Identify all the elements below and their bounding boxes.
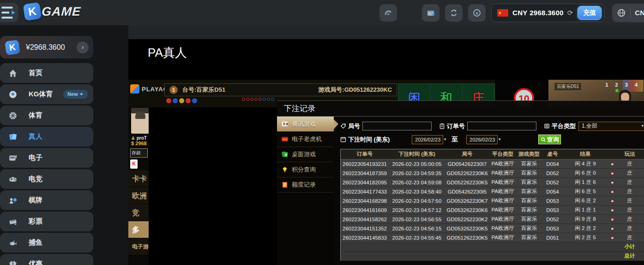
balance-pill[interactable]: ★ CNY 2968.3600 ⟳ 充值 (491, 4, 605, 22)
filter-row-2: 下注时间 (美东) 2026/02/23▼ 至 2026/02/23▼ (340, 135, 644, 144)
cell-time: 2026-02-23 04:59:35 (389, 171, 445, 176)
cell-result: 闲 2 庄 2 (563, 225, 608, 232)
slot-icon (8, 153, 18, 163)
records-tab-icon (281, 181, 289, 188)
table-row: 2602230441774332026-02-23 04:58:40GD0542… (341, 187, 644, 196)
modal-tab-3[interactable]: 积分查询 (277, 162, 334, 177)
language-label: CN (635, 9, 644, 17)
sidebar-item-label: 彩票 (29, 217, 42, 226)
sidebar-item-label: KG体育 (29, 90, 53, 99)
menu-toggle-button[interactable] (0, 3, 18, 22)
modal-tab-1[interactable]: 777电子老虎机 (277, 132, 334, 147)
cell-table: D051 (542, 235, 563, 241)
replay-play-icon[interactable]: ▶ (612, 209, 614, 212)
order-input[interactable] (467, 122, 536, 130)
modal-tab-label: 视讯游戏 (292, 120, 316, 128)
replay-play-icon[interactable]: ▶ (612, 190, 614, 193)
roadmap-badges (166, 98, 197, 103)
replay-play-icon[interactable]: ▶ (612, 227, 614, 230)
replay-play-icon[interactable]: ▶ (612, 181, 614, 184)
cell-order: 260223044151352 (341, 226, 389, 231)
replay-play-icon[interactable]: ▶ (612, 236, 614, 239)
cell-order: 260223044177433 (341, 189, 389, 194)
cell-table: D054 (542, 189, 563, 194)
sidebar-item-5[interactable]: 电竞 (0, 169, 93, 189)
sidebar-item-8[interactable]: 捕鱼 (0, 233, 93, 253)
modal-title: 下注记录 (277, 103, 315, 114)
wallet-expand-button[interactable]: › (77, 41, 89, 53)
cell-bet: 1467 (642, 235, 644, 241)
modal-panel: 局号 订单号 平台类型 (334, 117, 644, 265)
replay-play-icon[interactable]: ▶ (612, 172, 614, 175)
platform-filter-label: 平台类型 (544, 122, 576, 130)
replay-play-icon[interactable]: ▶ (612, 163, 614, 165)
game-info-bar: 1 台号:百家乐D51 游戏局号:GD051262230KC (164, 83, 397, 96)
language-switcher[interactable]: CN (612, 4, 644, 22)
wallet-balance: ¥2968.3600 (26, 43, 77, 52)
support-headset-button[interactable] (379, 4, 397, 22)
cell-time: 2026-02-23 04:56:15 (389, 226, 445, 231)
platform-select[interactable]: 1.全部▼ (578, 122, 644, 131)
transfer-sync-button[interactable] (445, 4, 463, 22)
cell-time: 2026-02-23 04:59:08 (389, 180, 445, 185)
cell-platform: PA欧洲厅 (489, 225, 516, 232)
videogames-tab-icon: K9 (281, 120, 289, 128)
deposit-button[interactable]: 存款 (130, 148, 148, 158)
sidebar-item-4[interactable]: 电子 (0, 148, 93, 168)
cell-table: D053 (542, 207, 563, 213)
coin-exchange-button[interactable]: ¥ (468, 4, 486, 22)
cell-platform: PA欧洲厅 (489, 197, 516, 204)
replay-play-icon[interactable]: ▶ (612, 218, 614, 221)
sidebar-item-label: 优惠 (29, 259, 42, 265)
page-title: PA真人 (128, 39, 644, 61)
cell-table: D052 (542, 217, 563, 222)
search-button[interactable]: 查询 (538, 135, 561, 144)
roadmap-dots (242, 98, 274, 101)
modal-tab-label: 额度记录 (292, 181, 316, 189)
cell-method: 庄 (618, 197, 642, 204)
table-row: 2602230441682982026-02-23 04:57:50GD0532… (341, 196, 644, 206)
slots-tab-icon: 777 (281, 135, 289, 143)
roadmap-dot (271, 98, 274, 101)
sidebar-item-9[interactable]: 优惠 (0, 254, 93, 265)
cell-game: 百家乐 (516, 197, 542, 204)
modal-tab-2[interactable]: ♣桌面游戏 (277, 147, 334, 162)
lobby-row-1[interactable]: 欧洲 (128, 187, 149, 204)
recharge-button[interactable]: 充值 (578, 6, 602, 20)
gift-icon (8, 259, 18, 265)
round-input[interactable] (362, 122, 432, 130)
column-header: 下注时间 (美东) (389, 151, 445, 158)
lobby-row-4[interactable]: 电子游戏 (128, 238, 149, 255)
sidebar-item-7[interactable]: 彩票 (0, 212, 93, 231)
calendar-icon (340, 136, 346, 142)
play-cell: ▶ (608, 188, 618, 195)
wallet-button[interactable] (422, 4, 439, 22)
lobby-row-0[interactable]: 卡卡 (128, 170, 149, 187)
cell-round: GD053262230K6 (445, 207, 489, 213)
brand-logo[interactable]: K GAME (24, 3, 81, 20)
cell-order: 260223054193231 (341, 161, 389, 167)
date-from-select[interactable]: 2026/02/23▼ (412, 135, 443, 144)
sidebar-item-6[interactable]: 棋牌 (0, 190, 93, 210)
avatar (131, 108, 149, 134)
sidebar-item-2[interactable]: 体育 (0, 106, 93, 125)
svg-text:¥: ¥ (476, 11, 478, 16)
replay-play-icon[interactable]: ▶ (612, 200, 614, 202)
modal-tab-0[interactable]: K9视讯游戏 (277, 117, 334, 132)
play-cell: ▶ (608, 160, 618, 167)
sidebar-item-1[interactable]: KG体育New ✦ (0, 84, 93, 104)
sidebar-item-3[interactable]: 真人 (0, 127, 93, 147)
modal-tab-4[interactable]: 额度记录 (277, 177, 334, 193)
lobby-row-3[interactable]: 多 (128, 221, 149, 238)
roadmap-badge (166, 98, 171, 103)
play-cell: ▶ (608, 206, 618, 213)
column-header: 玩法 (618, 151, 642, 158)
refresh-balance-icon[interactable]: ⟳ (567, 9, 573, 17)
round-filter-label: 局号 (340, 122, 360, 130)
topbar-right: ¥ ★ CNY 2968.3600 ⟳ 充值 CN (375, 0, 644, 25)
date-to-select[interactable]: 2026/02/23▼ (466, 135, 498, 144)
wallet-card: K ¥2968.3600 › (0, 36, 93, 59)
lobby-row-2[interactable]: 竞 (128, 204, 149, 221)
cell-order: 260223044187359 (341, 171, 389, 176)
sidebar-item-0[interactable]: 首页 (0, 63, 93, 83)
